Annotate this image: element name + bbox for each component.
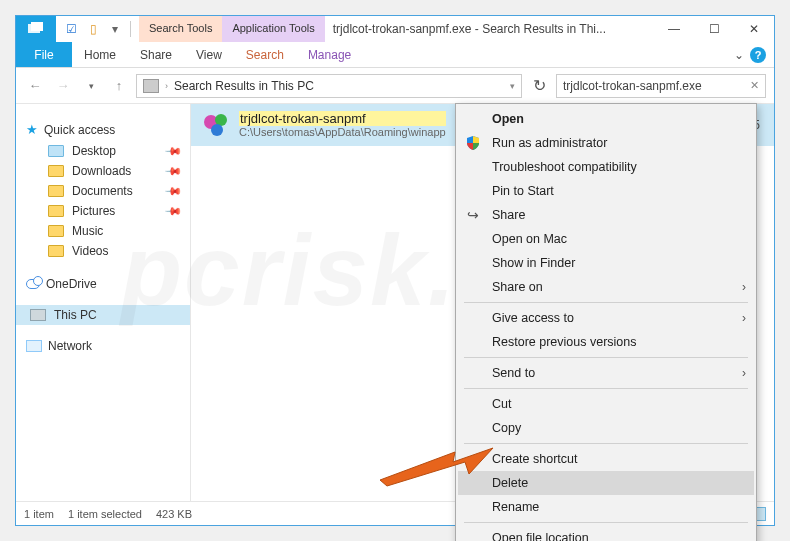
documents-icon [48, 185, 64, 197]
ctx-open-on-mac[interactable]: Open on Mac [458, 227, 754, 251]
ctx-open-file-location[interactable]: Open file location [458, 526, 754, 541]
search-query-text: trjdlcot-trokan-sanpmf.exe [563, 79, 702, 93]
ctx-create-shortcut[interactable]: Create shortcut [458, 447, 754, 471]
share-tab[interactable]: Share [128, 42, 184, 67]
ctx-label: Delete [492, 476, 528, 490]
help-icon[interactable]: ? [750, 47, 766, 63]
share-icon: ↪ [464, 207, 482, 223]
clear-search-icon[interactable]: ✕ [750, 79, 759, 92]
ctx-label: Open file location [492, 531, 589, 541]
search-box[interactable]: trjdlcot-trokan-sanpmf.exe ✕ [556, 74, 766, 98]
new-folder-qat-icon[interactable]: ▯ [86, 22, 100, 36]
status-item-count: 1 item [24, 508, 54, 520]
ctx-label: Rename [492, 500, 539, 514]
ctx-pin-start[interactable]: Pin to Start [458, 179, 754, 203]
sidebar-item-downloads[interactable]: Downloads📌 [16, 161, 190, 181]
ctx-restore-versions[interactable]: Restore previous versions [458, 330, 754, 354]
ctx-send-to[interactable]: Send to› [458, 361, 754, 385]
ctx-label: Run as administrator [492, 136, 607, 150]
ctx-label: Share [492, 208, 525, 222]
home-tab[interactable]: Home [72, 42, 128, 67]
manage-context-tab[interactable]: Manage [296, 42, 363, 67]
result-path: C:\Users\tomas\AppData\Roaming\winapp [239, 126, 446, 139]
result-text-block: trjdlcot-trokan-sanpmf C:\Users\tomas\Ap… [239, 111, 446, 140]
result-app-icon [201, 110, 231, 140]
navigation-pane[interactable]: ★ Quick access Desktop📌 Downloads📌 Docum… [16, 104, 191, 501]
sidebar-item-label: Pictures [72, 204, 115, 218]
refresh-button[interactable]: ↻ [528, 76, 550, 95]
qat-dropdown-icon[interactable]: ▾ [108, 22, 122, 36]
sidebar-item-pictures[interactable]: Pictures📌 [16, 201, 190, 221]
breadcrumb-chevron-icon: › [165, 81, 168, 91]
ctx-separator [464, 302, 748, 303]
ribbon-expand-icon[interactable]: ⌄ [734, 48, 744, 62]
maximize-button[interactable]: ☐ [694, 16, 734, 42]
ctx-separator [464, 522, 748, 523]
ctx-give-access[interactable]: Give access to› [458, 306, 754, 330]
status-selected-count: 1 item selected [68, 508, 142, 520]
contextual-tabs-header: Search Tools Application Tools [139, 16, 325, 42]
uac-shield-icon [464, 136, 482, 150]
sidebar-item-music[interactable]: Music [16, 221, 190, 241]
application-tools-header: Application Tools [222, 16, 324, 42]
videos-icon [48, 245, 64, 257]
network-label: Network [48, 339, 92, 353]
quick-access-toolbar: ☑ ▯ ▾ [56, 16, 139, 42]
window-controls: — ☐ ✕ [654, 16, 774, 42]
properties-qat-icon[interactable]: ☑ [64, 22, 78, 36]
this-pc-label: This PC [54, 308, 97, 322]
network-group[interactable]: Network [16, 335, 190, 357]
recent-locations-dropdown[interactable]: ▾ [80, 75, 102, 97]
music-icon [48, 225, 64, 237]
minimize-button[interactable]: — [654, 16, 694, 42]
ctx-label: Pin to Start [492, 184, 554, 198]
window-title: trjdlcot-trokan-sanpmf.exe - Search Resu… [325, 16, 654, 42]
ctx-cut[interactable]: Cut [458, 392, 754, 416]
ribbon-right-controls: ⌄ ? [734, 42, 774, 67]
forward-button[interactable]: → [52, 75, 74, 97]
desktop-icon [48, 145, 64, 157]
submenu-arrow-icon: › [742, 366, 746, 380]
ctx-label: Cut [492, 397, 511, 411]
breadcrumb-location[interactable]: Search Results in This PC [174, 79, 314, 93]
quick-access-group[interactable]: ★ Quick access [16, 118, 190, 141]
pin-icon: 📌 [163, 141, 182, 160]
pin-icon: 📌 [163, 181, 182, 200]
sidebar-item-label: Documents [72, 184, 133, 198]
navigation-toolbar: ← → ▾ ↑ › Search Results in This PC ▾ ↻ … [16, 68, 774, 104]
up-button[interactable]: ↑ [108, 75, 130, 97]
ctx-rename[interactable]: Rename [458, 495, 754, 519]
address-dropdown-icon[interactable]: ▾ [510, 81, 515, 91]
view-tab[interactable]: View [184, 42, 234, 67]
sidebar-item-desktop[interactable]: Desktop📌 [16, 141, 190, 161]
back-button[interactable]: ← [24, 75, 46, 97]
close-button[interactable]: ✕ [734, 16, 774, 42]
ctx-copy[interactable]: Copy [458, 416, 754, 440]
sidebar-item-this-pc[interactable]: This PC [16, 305, 190, 325]
ctx-show-in-finder[interactable]: Show in Finder [458, 251, 754, 275]
file-tab[interactable]: File [16, 42, 72, 67]
this-pc-icon [30, 309, 46, 321]
ctx-label: Give access to [492, 311, 574, 325]
ctx-share-on[interactable]: Share on› [458, 275, 754, 299]
svg-rect-1 [31, 22, 43, 31]
address-bar[interactable]: › Search Results in This PC ▾ [136, 74, 522, 98]
onedrive-icon [26, 279, 40, 289]
ribbon-tabs: File Home Share View Search Manage ⌄ ? [16, 42, 774, 68]
search-context-tab[interactable]: Search [234, 42, 296, 67]
sidebar-item-documents[interactable]: Documents📌 [16, 181, 190, 201]
ctx-separator [464, 357, 748, 358]
qat-separator [130, 21, 131, 37]
ctx-troubleshoot[interactable]: Troubleshoot compatibility [458, 155, 754, 179]
sidebar-item-label: Music [72, 224, 103, 238]
ctx-separator [464, 443, 748, 444]
onedrive-group[interactable]: OneDrive [16, 273, 190, 295]
ctx-share[interactable]: ↪Share [458, 203, 754, 227]
sidebar-item-label: Desktop [72, 144, 116, 158]
ctx-delete[interactable]: Delete [458, 471, 754, 495]
app-menu-icon[interactable] [16, 16, 56, 42]
sidebar-item-videos[interactable]: Videos [16, 241, 190, 261]
ctx-open[interactable]: Open [458, 107, 754, 131]
onedrive-label: OneDrive [46, 277, 97, 291]
ctx-run-as-admin[interactable]: Run as administrator [458, 131, 754, 155]
